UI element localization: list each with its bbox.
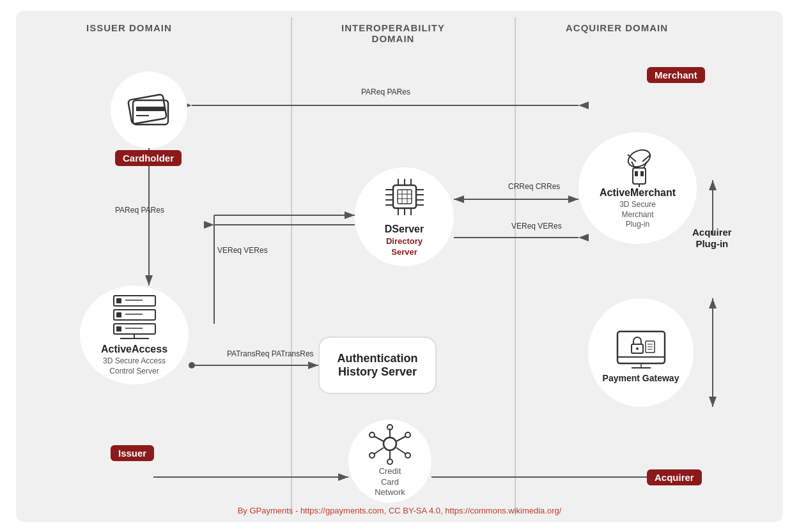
svg-line-62 (374, 448, 384, 454)
acquirerplugin-label: Acquirer Plug-in (692, 227, 732, 250)
svg-line-64 (374, 436, 384, 441)
issuer-badge: Issuer (111, 445, 154, 461)
svg-point-80 (636, 347, 639, 350)
svg-rect-26 (116, 312, 121, 317)
svg-rect-48 (398, 190, 412, 204)
paymentgw-icon (612, 322, 670, 373)
authhistory-title: Authentication History Server (337, 352, 418, 379)
domain-issuer-label: ISSUER DOMAIN (86, 22, 172, 33)
svg-line-56 (396, 436, 406, 441)
cardholder-blob (111, 72, 187, 148)
svg-rect-23 (116, 298, 121, 303)
acquirer-badge: Acquirer (647, 469, 702, 485)
network-icon (366, 423, 414, 465)
svg-point-63 (369, 453, 375, 458)
diagram-container: ISSUER DOMAIN INTEROPERABILITY DOMAIN AC… (16, 11, 783, 522)
domain-acquirer-label: ACQUIRER DOMAIN (566, 22, 668, 33)
svg-rect-20 (136, 107, 165, 111)
svg-point-65 (369, 432, 375, 437)
authhistory-blob: Authentication History Server (318, 337, 437, 394)
svg-point-61 (387, 459, 392, 464)
msg-pareq-top: PAReq PARes (361, 87, 410, 98)
svg-rect-75 (617, 331, 665, 363)
msg-vereq-left: VEReq VERes (217, 246, 268, 256)
credit-line: By GPayments - https://gpayments.com, CC… (16, 506, 783, 515)
dserver-title: DServer (385, 224, 424, 235)
svg-point-11 (189, 362, 195, 369)
svg-rect-68 (635, 171, 638, 176)
separator-1 (291, 17, 292, 515)
svg-point-57 (405, 432, 410, 437)
separator-2 (515, 17, 516, 515)
svg-rect-69 (640, 171, 644, 176)
dserver-subtitle: Directory Server (386, 236, 423, 258)
creditcard-icon (127, 92, 171, 127)
creditcard-title: Credit Card Network (375, 466, 405, 499)
msg-crreq: CRReq CRRes (508, 182, 560, 192)
activeaccess-title: ActiveAccess (101, 344, 167, 355)
plug-icon (614, 146, 662, 187)
activerchant-title: ActiveMerchant (600, 187, 676, 199)
chip-icon (379, 176, 430, 224)
svg-point-53 (384, 437, 396, 450)
cardholder-badge: Cardholder (115, 150, 182, 166)
svg-point-59 (405, 453, 410, 458)
dserver-blob: DServer Directory Server (355, 167, 454, 266)
paymentgw-title: Payment Gateway (603, 373, 679, 383)
activeaccess-blob: ActiveAccess 3D Secure Access Control Se… (80, 285, 189, 384)
activeaccess-subtitle: 3D Secure Access Control Server (103, 356, 166, 376)
merchant-badge: Merchant (647, 67, 705, 83)
paymentgw-blob: Payment Gateway (588, 298, 694, 407)
svg-rect-29 (116, 326, 121, 331)
creditcard-network-blob: Credit Card Network (348, 420, 431, 503)
activerchant-subtitle: 3D Secure Merchant Plug-in (619, 200, 656, 230)
svg-point-72 (626, 147, 653, 171)
msg-patrans: PATransReq PATransRes (227, 349, 314, 360)
msg-pareq-left: PAReq PARes (115, 206, 164, 216)
server-icon (107, 293, 162, 344)
msg-vereq-right: VEReq VERes (511, 222, 562, 232)
domain-interop-label: INTEROPERABILITY DOMAIN (329, 22, 457, 44)
svg-line-58 (396, 448, 406, 454)
svg-rect-33 (393, 185, 416, 208)
activerchant-blob: ActiveMerchant 3D Secure Merchant Plug-i… (578, 132, 697, 244)
